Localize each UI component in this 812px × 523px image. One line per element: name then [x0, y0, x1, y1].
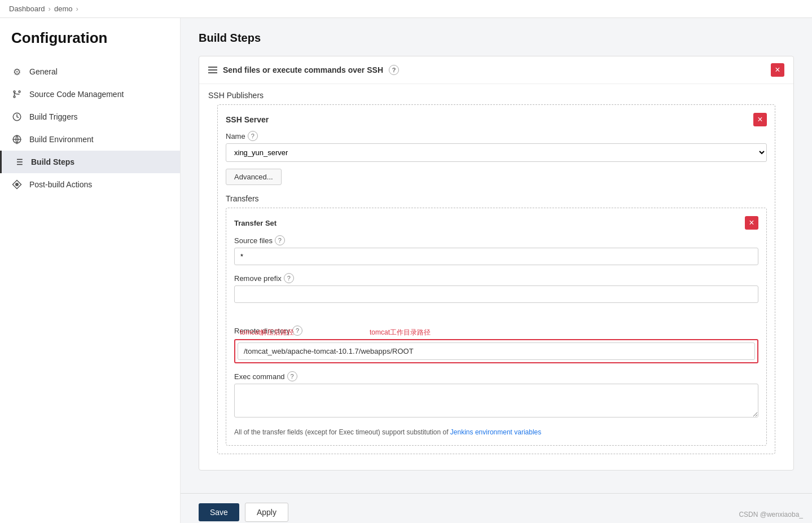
- remote-directory-group: Remote directory ? tomcat解压后路径 tomcat工作目…: [234, 311, 758, 363]
- source-files-group: Source files ?: [234, 235, 758, 265]
- save-button[interactable]: Save: [199, 503, 239, 521]
- globe-icon: [11, 134, 23, 145]
- remove-prefix-label: Remove prefix ?: [234, 273, 758, 283]
- remote-dir-highlight-box: [234, 339, 758, 363]
- sidebar-label-scm: Source Code Management: [29, 90, 124, 99]
- sidebar-item-scm[interactable]: Source Code Management: [0, 83, 180, 106]
- remove-prefix-input[interactable]: [234, 285, 758, 303]
- transfers-section: Transfers Transfer Set ×: [226, 194, 767, 446]
- sidebar-item-build-env[interactable]: Build Environment: [0, 128, 180, 151]
- transfer-set-container: Transfer Set × Source files ?: [226, 208, 767, 446]
- exec-command-textarea[interactable]: [234, 384, 758, 417]
- server-name-label: Name ?: [226, 131, 767, 141]
- breadcrumb-sep-1: ›: [49, 5, 51, 13]
- advanced-button[interactable]: Advanced...: [226, 169, 282, 185]
- source-files-help-icon[interactable]: ?: [275, 235, 285, 245]
- svg-point-0: [14, 91, 15, 93]
- diamond-icon: [11, 179, 23, 190]
- server-close-button[interactable]: ×: [753, 113, 767, 126]
- sidebar-title: Configuration: [0, 29, 180, 60]
- watermark: CSDN @wenxiaoba_: [739, 511, 803, 518]
- sidebar-label-build-triggers: Build Triggers: [29, 112, 78, 121]
- breadcrumb-bar: Dashboard › demo ›: [0, 0, 812, 18]
- remove-prefix-help-icon[interactable]: ?: [284, 273, 294, 283]
- card-header: Send files or execute commands over SSH …: [199, 56, 793, 84]
- transfers-label: Transfers: [226, 194, 767, 203]
- svg-point-1: [14, 96, 15, 98]
- drag-handle-icon[interactable]: [208, 67, 217, 73]
- footer-bar: Save Apply: [181, 493, 812, 523]
- help-text: All of the transfer fields (except for E…: [234, 427, 758, 437]
- sidebar-label-build-env: Build Environment: [29, 135, 94, 144]
- main-layout: Configuration ⚙ General Source Code Mana…: [0, 18, 812, 523]
- ssh-server-section: SSH Server × Name ? xing_yun_server Adva…: [226, 113, 767, 185]
- jenkins-env-vars-link[interactable]: Jenkins environment variables: [450, 428, 541, 436]
- sidebar-label-build-steps: Build Steps: [31, 157, 74, 166]
- step-title: Send files or execute commands over SSH: [223, 65, 383, 74]
- remote-directory-label: Remote directory ?: [234, 326, 758, 336]
- server-name-help-icon[interactable]: ?: [248, 131, 258, 141]
- ssh-publishers-label: SSH Publishers: [208, 91, 784, 104]
- annotation-right: tomcat工作目录路径: [370, 328, 431, 337]
- sidebar-label-general: General: [29, 67, 58, 76]
- exec-command-group: Exec command ?: [234, 371, 758, 419]
- exec-command-label: Exec command ?: [234, 371, 758, 381]
- transfer-set-header: Transfer Set ×: [234, 216, 758, 230]
- remove-prefix-group: Remove prefix ?: [234, 273, 758, 303]
- breadcrumb-dashboard[interactable]: Dashboard: [9, 5, 45, 13]
- server-name-select[interactable]: xing_yun_server: [226, 143, 767, 162]
- annotation-left: tomcat解压后路径: [240, 328, 294, 337]
- source-files-label: Source files ?: [234, 235, 758, 245]
- remote-directory-input[interactable]: [238, 342, 755, 360]
- breadcrumb-demo[interactable]: demo: [54, 5, 73, 13]
- step-help-icon[interactable]: ?: [389, 65, 399, 75]
- source-files-input[interactable]: [234, 248, 758, 265]
- sidebar-item-build-triggers[interactable]: Build Triggers: [0, 106, 180, 128]
- apply-button[interactable]: Apply: [245, 503, 288, 522]
- server-section-title: SSH Server: [226, 115, 269, 124]
- sidebar: Configuration ⚙ General Source Code Mana…: [0, 18, 181, 523]
- gear-icon: ⚙: [11, 66, 23, 77]
- list-icon: [13, 156, 24, 168]
- transfer-set-title: Transfer Set: [234, 219, 276, 227]
- sidebar-label-post-build: Post-build Actions: [29, 180, 92, 189]
- sidebar-item-post-build[interactable]: Post-build Actions: [0, 173, 180, 196]
- step-close-button[interactable]: ×: [771, 63, 784, 77]
- main-content: Build Steps Send files or execute comman…: [181, 18, 812, 493]
- exec-command-help-icon[interactable]: ?: [287, 371, 297, 381]
- svg-point-2: [19, 91, 20, 93]
- remote-dir-annotations: tomcat解压后路径 tomcat工作目录路径: [234, 339, 758, 363]
- transfer-set-close-button[interactable]: ×: [745, 216, 758, 230]
- server-header: SSH Server ×: [226, 113, 767, 126]
- sidebar-item-general[interactable]: ⚙ General: [0, 60, 180, 83]
- branch-icon: [11, 89, 23, 100]
- ssh-publishers-container: SSH Server × Name ? xing_yun_server Adva…: [217, 104, 775, 454]
- sidebar-item-build-steps[interactable]: Build Steps: [0, 151, 180, 173]
- page-title: Build Steps: [199, 32, 794, 45]
- breadcrumb-sep-2: ›: [76, 5, 78, 13]
- build-step-card: Send files or execute commands over SSH …: [199, 56, 794, 471]
- clock-icon: [11, 111, 23, 122]
- card-header-left: Send files or execute commands over SSH …: [208, 65, 399, 75]
- svg-point-13: [16, 183, 19, 186]
